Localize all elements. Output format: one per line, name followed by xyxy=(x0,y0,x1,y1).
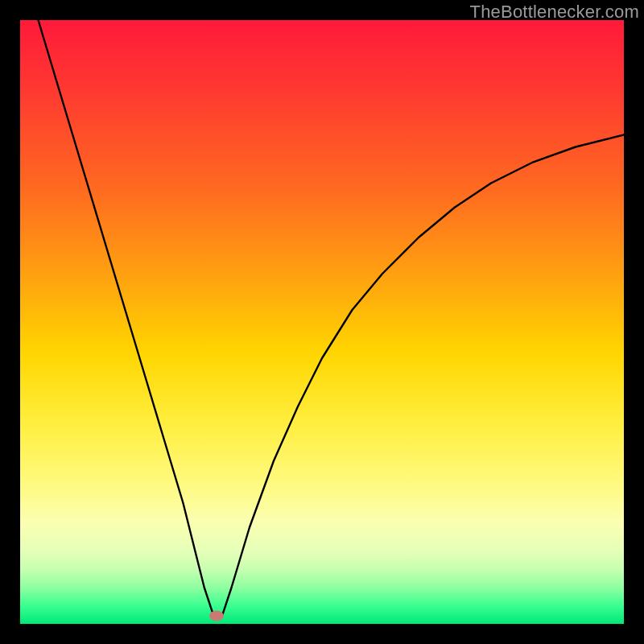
curve-path xyxy=(39,20,625,615)
plot-area xyxy=(20,20,624,624)
bottleneck-curve xyxy=(20,20,624,624)
optimal-point-marker xyxy=(209,611,224,621)
chart-frame: TheBottlenecker.com xyxy=(0,0,644,644)
